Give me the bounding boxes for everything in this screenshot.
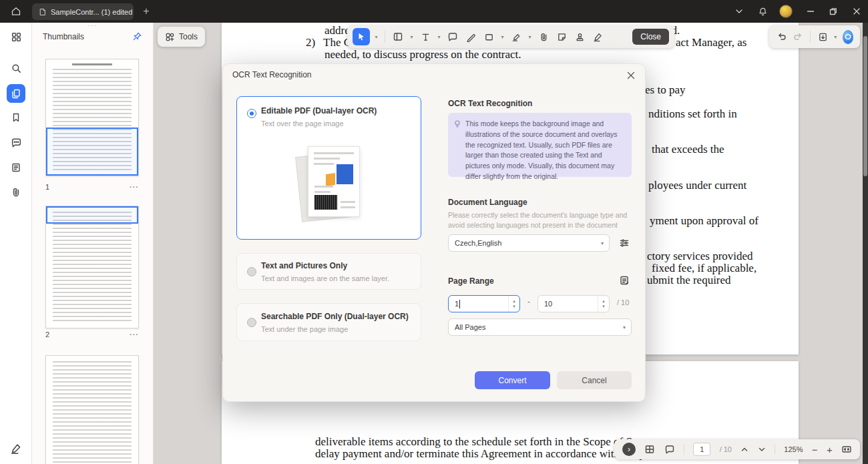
left-icon-rail — [0, 23, 32, 464]
titlebar: SampleContr... (1) edited + — [0, 0, 868, 23]
ocr-mode-illustration — [297, 146, 361, 225]
annotation-toolbar: ▾ ▾ ▾ ▾ ▾ — [347, 25, 674, 48]
new-tab-icon[interactable]: + — [138, 0, 155, 23]
notifications-bell-icon[interactable] — [753, 0, 772, 23]
collapse-icon[interactable]: › — [622, 443, 636, 456]
read-mode-icon[interactable] — [664, 444, 675, 455]
signature-pen-icon[interactable] — [8, 441, 24, 457]
pen-tool-icon[interactable] — [463, 29, 478, 45]
chevron-down-icon: ▾ — [623, 324, 626, 330]
option-card-text-pictures[interactable]: Text and Pictures Only Text and images a… — [236, 253, 421, 290]
select-cursor-icon[interactable] — [353, 28, 370, 45]
chevron-down-icon[interactable]: ▾ — [373, 34, 379, 40]
page-number-input[interactable]: 1 — [693, 443, 710, 456]
chevron-down-icon[interactable]: ▾ — [409, 34, 415, 40]
cancel-button[interactable]: Cancel — [557, 371, 632, 389]
sticker-icon[interactable] — [554, 29, 569, 45]
to-stepper[interactable]: ▲▼ — [598, 296, 609, 312]
sign-tool-icon[interactable] — [590, 29, 605, 45]
range-mode-value: All Pages — [455, 323, 485, 331]
language-settings-icon[interactable] — [618, 236, 631, 250]
page-thumbnail-1[interactable] — [45, 59, 139, 176]
page-thumbnail-2[interactable] — [45, 206, 139, 328]
page-range-to-input[interactable]: 10 ▲▼ — [537, 295, 610, 312]
highlighter-icon[interactable] — [509, 29, 523, 45]
radio-editable-pdf[interactable] — [247, 109, 256, 118]
to-value: 10 — [544, 300, 552, 308]
undo-icon[interactable] — [776, 29, 787, 45]
redo-icon[interactable] — [792, 29, 803, 45]
tools-button[interactable]: Tools — [158, 27, 205, 47]
page-range-from-input[interactable]: 1 ▲▼ — [448, 295, 520, 312]
panel-handle[interactable]: ··· — [32, 23, 153, 29]
history-toolbar: ▾ — [769, 25, 860, 48]
outline-icon[interactable] — [8, 160, 24, 176]
lightbulb-icon — [453, 120, 461, 128]
option-card-editable-pdf[interactable]: Editable PDF (Dual-layer OCR) Text over … — [236, 96, 421, 240]
ocr-section-heading: OCR Text Recognition — [448, 99, 532, 108]
chevron-down-icon[interactable]: ▾ — [436, 34, 442, 40]
page-view-icon[interactable] — [391, 29, 405, 45]
attachments-icon[interactable] — [8, 184, 24, 200]
convert-button[interactable]: Convert — [475, 371, 550, 389]
divider — [385, 31, 385, 43]
dialog-close-icon[interactable] — [624, 68, 638, 83]
pin-icon[interactable] — [132, 31, 142, 41]
option-title: Searchable PDF Only (Dual-layer OCR) — [261, 312, 409, 321]
thumbnails-icon[interactable] — [7, 84, 25, 103]
page-thumbnail-3[interactable] — [45, 355, 139, 464]
tabs-dropdown-icon[interactable] — [730, 0, 748, 23]
minimize-icon[interactable] — [799, 0, 822, 23]
page-down-icon[interactable] — [758, 445, 766, 453]
fit-width-icon[interactable] — [841, 444, 852, 455]
bookmark-icon[interactable] — [8, 109, 24, 126]
vertical-scrollbar-thumb[interactable] — [863, 36, 867, 176]
maximize-restore-icon[interactable] — [822, 0, 845, 23]
vertical-scrollbar-track[interactable] — [863, 23, 868, 464]
text-tool-icon[interactable] — [418, 29, 433, 45]
language-select[interactable]: Czech,English ▾ — [448, 234, 610, 252]
toolbar-close-button[interactable]: Close — [632, 29, 669, 45]
close-icon[interactable] — [845, 0, 868, 23]
page-up-icon[interactable] — [740, 445, 748, 453]
comments-icon[interactable] — [8, 134, 24, 150]
thumbnail-menu-icon[interactable]: ··· — [130, 183, 139, 191]
option-subtitle: Text over the page image — [261, 120, 344, 128]
search-icon[interactable] — [8, 60, 24, 76]
divider — [810, 31, 811, 43]
thumbnail-content — [53, 361, 132, 464]
chevron-down-icon[interactable]: ▾ — [499, 34, 505, 40]
viewport-indicator[interactable] — [46, 206, 138, 224]
document-tab[interactable]: SampleContr... (1) edited — [32, 3, 134, 20]
ocr-dialog: OCR Text Recognition Editable PDF (Dual-… — [222, 63, 646, 402]
radio-searchable-pdf[interactable] — [247, 318, 256, 327]
tools-icon — [165, 32, 175, 42]
export-icon[interactable] — [817, 29, 829, 45]
page-range-mode-select[interactable]: All Pages ▾ — [448, 318, 632, 336]
zoom-in-icon[interactable]: + — [827, 444, 833, 455]
thumbnails-panel-title: Thumbnails — [43, 32, 84, 41]
tools-label: Tools — [179, 32, 198, 41]
option-card-searchable-pdf[interactable]: Searchable PDF Only (Dual-layer OCR) Tex… — [236, 303, 421, 341]
thumbnail-content — [72, 63, 113, 65]
comment-tool-icon[interactable] — [445, 29, 460, 45]
app-window: SampleContr... (1) edited + — [0, 0, 868, 464]
shape-tool-icon[interactable] — [481, 29, 496, 45]
dialog-title: OCR Text Recognition — [232, 70, 312, 79]
zoom-out-icon[interactable]: − — [812, 444, 818, 455]
apps-grid-icon[interactable] — [8, 29, 24, 45]
stamp-icon[interactable] — [572, 29, 587, 45]
home-icon[interactable] — [7, 0, 25, 23]
page-range-icon[interactable] — [618, 274, 631, 287]
grid-view-icon[interactable] — [644, 444, 655, 455]
viewport-indicator[interactable] — [46, 128, 138, 176]
user-avatar[interactable] — [777, 0, 795, 23]
chevron-down-icon[interactable]: ▾ — [833, 34, 838, 40]
page-number: 1 — [45, 183, 49, 191]
attach-tool-icon[interactable] — [536, 29, 551, 45]
thumbnail-menu-icon[interactable]: ··· — [130, 330, 139, 338]
radio-text-pictures[interactable] — [247, 267, 256, 276]
from-stepper[interactable]: ▲▼ — [508, 296, 519, 312]
ai-assistant-icon[interactable] — [843, 30, 853, 44]
chevron-down-icon[interactable]: ▾ — [527, 34, 533, 40]
